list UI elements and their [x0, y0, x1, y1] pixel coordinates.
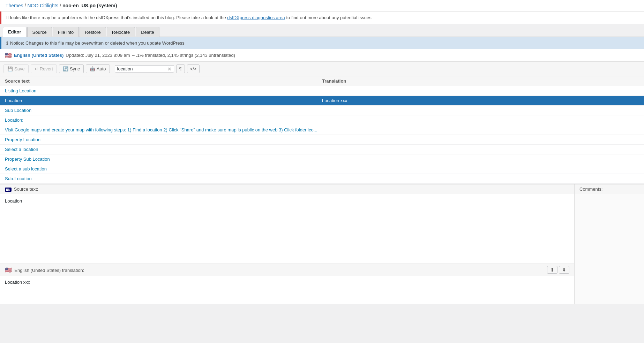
upload-button[interactable]: ⬆: [547, 266, 557, 274]
translation-label-row: 🇺🇸 English (United States) translation:: [5, 267, 84, 273]
error-notice: It looks like there may be a problem wit…: [0, 12, 644, 24]
save-label: Save: [14, 66, 25, 71]
search-clear-icon[interactable]: ✕: [167, 67, 172, 71]
pilcrow-button[interactable]: ¶: [176, 64, 185, 73]
auto-icon: 🤖: [90, 66, 95, 71]
table-header: Source text Translation: [0, 76, 644, 86]
notice-text-before: It looks like there may be a problem wit…: [6, 15, 227, 20]
source-text-value: Location: [5, 198, 22, 204]
tab-relocate[interactable]: Relocate: [107, 27, 135, 37]
save-icon: 💾: [7, 66, 13, 71]
translation-bar: 🇺🇸 English (United States) translation: …: [0, 264, 574, 276]
tab-fileinfo[interactable]: File info: [53, 27, 79, 37]
code-button[interactable]: </>: [187, 64, 200, 73]
bottom-split: EN Source text: Location 🇺🇸 English (Uni…: [0, 184, 644, 304]
auto-button[interactable]: 🤖 Auto: [86, 64, 110, 73]
notice-text-after: to find out more about any potential iss…: [285, 15, 372, 20]
trans-cell: [322, 157, 639, 162]
source-text-content: Location: [0, 194, 574, 264]
trans-cell: [322, 166, 639, 172]
search-input[interactable]: [117, 66, 166, 71]
source-cell: Location: [5, 98, 322, 103]
comments-panel: Comments:: [574, 184, 644, 304]
breadcrumb-themes-link[interactable]: Themes: [6, 3, 23, 8]
trans-cell: [322, 127, 639, 132]
us-flag-icon-2: 🇺🇸: [5, 267, 12, 273]
sync-label: Sync: [70, 66, 80, 71]
locale-name: English (United States): [14, 53, 63, 58]
breadcrumb: Themes / NOO Citilights / noo-en_US.po (…: [0, 0, 644, 12]
table-row[interactable]: Property Location: [0, 135, 644, 145]
tab-restore[interactable]: Restore: [80, 27, 106, 37]
save-button[interactable]: 💾 Save: [3, 64, 29, 73]
table-row[interactable]: Listing Location: [0, 86, 644, 96]
sync-button[interactable]: 🔄 Sync: [59, 64, 84, 73]
revert-icon: ↩: [35, 66, 38, 71]
table-row[interactable]: Sub-Location: [0, 174, 644, 184]
source-text-label-row: EN Source text:: [5, 186, 38, 192]
source-text-bar: EN Source text:: [0, 184, 574, 194]
breadcrumb-sep-2: /: [60, 3, 61, 8]
tab-delete[interactable]: Delete: [136, 27, 159, 37]
info-notice: ℹ Notice: Changes to this file may be ov…: [0, 37, 644, 49]
source-text-label: Source text:: [14, 186, 38, 192]
source-cell: Property Location: [5, 137, 322, 142]
table-row[interactable]: Location:: [0, 115, 644, 125]
source-cell: Sub Location: [5, 108, 322, 113]
download-button[interactable]: ⬇: [559, 266, 569, 274]
us-flag-icon: 🇺🇸: [5, 52, 12, 59]
tab-source[interactable]: Source: [27, 27, 52, 37]
source-cell: Location:: [5, 117, 322, 123]
bottom-panel: EN Source text: Location 🇺🇸 English (Uni…: [0, 184, 644, 304]
comments-label: Comments:: [579, 186, 602, 192]
revert-button[interactable]: ↩ Revert: [31, 64, 57, 73]
tab-editor[interactable]: Editor: [3, 27, 27, 37]
auto-label: Auto: [97, 66, 106, 71]
sync-icon: 🔄: [63, 66, 68, 71]
source-cell: Select a sub location: [5, 166, 322, 172]
breadcrumb-sep-1: /: [25, 3, 26, 8]
source-cell: Select a location: [5, 147, 322, 152]
info-icon: ℹ: [6, 40, 8, 46]
translation-table: Source text Translation Listing Location…: [0, 76, 644, 184]
trans-cell: [322, 147, 639, 152]
col-source-header: Source text: [5, 78, 322, 84]
table-row[interactable]: Property Sub Location: [0, 154, 644, 164]
trans-cell: [322, 108, 639, 113]
trans-cell: Location xxx: [322, 98, 639, 103]
source-cell: Visit Google maps and create your map wi…: [5, 127, 322, 132]
translation-actions: ⬆ ⬇: [547, 266, 569, 274]
comments-label-bar: Comments:: [575, 184, 644, 194]
locale-bar: 🇺🇸 English (United States) Updated: July…: [0, 49, 644, 62]
table-row[interactable]: Select a location: [0, 145, 644, 154]
table-row[interactable]: Location Location xxx: [0, 96, 644, 106]
bottom-main: EN Source text: Location 🇺🇸 English (Uni…: [0, 184, 574, 304]
table-row[interactable]: Select a sub location: [0, 164, 644, 174]
trans-cell: [322, 176, 639, 181]
col-translation-header: Translation: [322, 78, 639, 84]
locale-updated: Updated: July 21, 2023 8:09 am: [66, 53, 130, 58]
info-notice-text: Notice: Changes to this file may be over…: [10, 40, 185, 46]
trans-cell: [322, 117, 639, 123]
translation-input-area[interactable]: Location xxx: [0, 276, 574, 304]
revert-label: Revert: [40, 66, 53, 71]
breadcrumb-noo-link[interactable]: NOO Citilights: [27, 3, 58, 8]
tabs-bar: Editor Source File info Restore Relocate…: [0, 24, 644, 37]
breadcrumb-current: noo-en_US.po (system): [62, 3, 117, 8]
trans-cell: [322, 88, 639, 93]
translation-label: English (United States) translation:: [14, 268, 84, 273]
en-flag-badge: EN: [5, 188, 12, 192]
notice-link[interactable]: dsIDXpress diagnostics area: [227, 15, 285, 20]
source-cell: Property Sub Location: [5, 157, 322, 162]
table-row[interactable]: Visit Google maps and create your map wi…: [0, 125, 644, 135]
trans-cell: [322, 137, 639, 142]
table-row[interactable]: Sub Location: [0, 106, 644, 115]
source-cell: Sub-Location: [5, 176, 322, 181]
translation-value: Location xxx: [5, 280, 30, 285]
search-box: ✕: [115, 65, 174, 73]
toolbar: 💾 Save ↩ Revert 🔄 Sync 🤖 Auto ✕ ¶ </>: [0, 62, 644, 76]
source-cell: Listing Location: [5, 88, 322, 93]
locale-stats: – .1% translated, 2,145 strings (2,143 u…: [132, 53, 235, 58]
